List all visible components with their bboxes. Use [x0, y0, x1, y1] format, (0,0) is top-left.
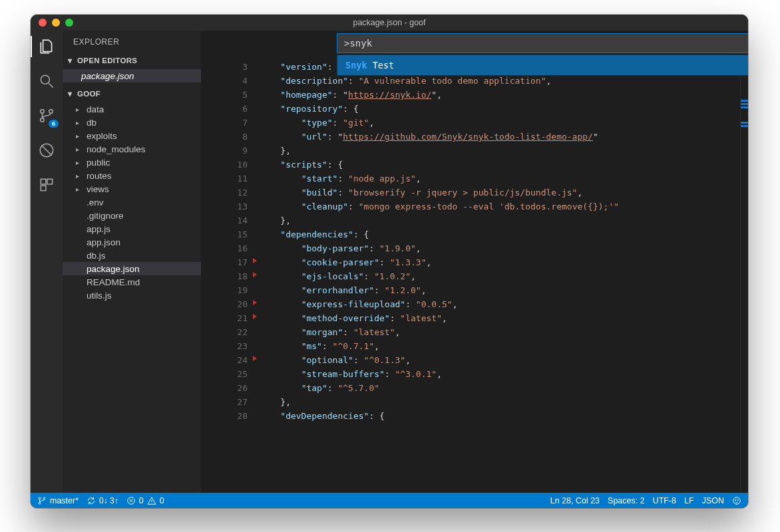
line-number: 23 [201, 339, 248, 353]
activity-explorer[interactable] [36, 36, 57, 57]
activity-search[interactable] [36, 70, 57, 92]
line-number: 24 [201, 353, 248, 367]
code-line[interactable]: "url": "https://github.com/Snyk/snyk-tod… [260, 130, 737, 144]
code-line[interactable]: "homepage": "https://snyk.io/", [260, 88, 737, 102]
extensions-icon [38, 176, 55, 194]
breakpoint-marker[interactable] [253, 314, 257, 319]
code-line[interactable]: "express-fileupload": "0.0.5", [260, 297, 737, 311]
code-line[interactable]: "ejs-locals": "1.0.2", [260, 269, 737, 283]
app-window: package.json - goof 6 EXPLORER [31, 15, 748, 508]
open-editors-header[interactable]: ▾ OPEN EDITORS [63, 53, 201, 68]
svg-rect-5 [41, 179, 46, 184]
code-line[interactable]: "stream-buffers": "^3.0.1", [260, 367, 737, 381]
sync-icon [87, 496, 96, 505]
folder-item[interactable]: ▸node_modules [63, 142, 201, 156]
chevron-right-icon: ▸ [76, 159, 83, 166]
status-language[interactable]: JSON [702, 496, 724, 505]
folder-item[interactable]: ▸views [63, 182, 201, 196]
code-line[interactable]: }, [260, 213, 737, 227]
code-line[interactable]: "errorhandler": "1.2.0", [260, 283, 737, 297]
code-line[interactable]: "repository": { [260, 102, 737, 116]
files-icon [38, 38, 55, 55]
tree-item-label: node_modules [87, 144, 146, 154]
folder-item[interactable]: ▸data [63, 102, 201, 116]
breakpoint-marker[interactable] [253, 356, 257, 361]
tree-item-label: app.json [87, 237, 120, 247]
workspace-label: GOOF [77, 90, 100, 98]
status-cursor[interactable]: Ln 28, Col 23 [550, 496, 600, 505]
status-eol[interactable]: LF [684, 496, 694, 505]
code-line[interactable]: "morgan": "latest", [260, 325, 737, 339]
chevron-right-icon: ▸ [76, 186, 83, 193]
scm-badge: 6 [49, 120, 59, 128]
status-sync[interactable]: 0↓ 3↑ [87, 496, 118, 505]
editor-code[interactable]: "version": "0.0.3", "description": "A vu… [260, 60, 737, 493]
file-item[interactable]: db.js [63, 249, 201, 262]
error-icon [126, 496, 136, 505]
code-line[interactable]: "method-override": "latest", [260, 311, 737, 325]
svg-point-1 [41, 110, 44, 113]
smiley-icon [732, 496, 741, 505]
activity-debug[interactable] [36, 140, 57, 161]
folder-item[interactable]: ▸routes [63, 169, 201, 182]
svg-rect-7 [41, 186, 46, 191]
breakpoint-marker[interactable] [253, 258, 257, 263]
code-line[interactable]: "cleanup": "mongo express-todo --eval 'd… [260, 200, 737, 213]
line-number: 16 [201, 241, 248, 255]
command-palette-input[interactable] [337, 33, 748, 53]
file-item[interactable]: utils.js [63, 289, 201, 302]
file-item[interactable]: app.js [63, 222, 201, 235]
status-branch[interactable]: master* [37, 496, 79, 505]
status-spaces[interactable]: Spaces: 2 [608, 496, 645, 505]
line-number: 26 [201, 381, 248, 395]
code-line[interactable]: "description": "A vulnerable todo demo a… [260, 74, 737, 88]
line-number: 8 [201, 130, 248, 144]
line-number: 3 [201, 60, 248, 74]
code-line[interactable]: "tap": "^5.7.0" [260, 381, 737, 395]
file-item[interactable]: README.md [63, 275, 201, 289]
branch-icon [37, 496, 47, 505]
folder-item[interactable]: ▸public [63, 156, 201, 169]
code-line[interactable]: "devDependencies": { [260, 409, 737, 423]
code-line[interactable]: "body-parser": "1.9.0", [260, 241, 737, 255]
line-number: 11 [201, 172, 248, 186]
code-line[interactable]: "start": "node app.js", [260, 172, 737, 186]
minimap[interactable] [740, 60, 748, 493]
file-item[interactable]: package.json [63, 262, 201, 275]
code-line[interactable]: "cookie-parser": "1.3.3", [260, 255, 737, 269]
command-palette-result[interactable]: Snyk Test [337, 55, 748, 76]
status-encoding[interactable]: UTF-8 [653, 496, 676, 505]
debug-icon [38, 142, 55, 159]
file-item[interactable]: app.json [63, 235, 201, 249]
file-tree: ▸data▸db▸exploits▸node_modules▸public▸ro… [63, 101, 201, 306]
line-number: 27 [201, 395, 248, 409]
chevron-down-icon: ▾ [67, 56, 73, 65]
breakpoint-marker[interactable] [253, 300, 257, 305]
breakpoint-marker[interactable] [253, 272, 257, 277]
status-problems[interactable]: 0 0 [126, 496, 164, 505]
warning-icon [147, 496, 156, 505]
editor-gutter: 3456789101112131415161718192021222324252… [201, 60, 260, 493]
svg-point-0 [41, 75, 49, 84]
tree-item-label: utils.js [87, 291, 112, 301]
folder-item[interactable]: ▸exploits [63, 129, 201, 142]
file-item[interactable]: .gitignore [63, 209, 201, 222]
code-line[interactable]: "build": "browserify -r jquery > public/… [260, 186, 737, 200]
status-feedback[interactable] [732, 496, 741, 505]
svg-point-3 [49, 110, 53, 113]
open-editor-item[interactable]: package.json [63, 69, 201, 82]
code-line[interactable]: "ms": "^0.7.1", [260, 339, 737, 353]
code-line[interactable]: }, [260, 395, 737, 409]
code-line[interactable]: "dependencies": { [260, 227, 737, 241]
workspace-header[interactable]: ▾ GOOF [63, 86, 201, 101]
code-line[interactable]: }, [260, 144, 737, 158]
folder-item[interactable]: ▸db [63, 116, 201, 129]
tree-item-label: views [87, 184, 109, 194]
code-line[interactable]: "type": "git", [260, 116, 737, 130]
activity-extensions[interactable] [36, 174, 57, 196]
code-line[interactable]: "optional": "^0.1.3", [260, 353, 737, 367]
line-number: 28 [201, 409, 248, 423]
file-item[interactable]: .env [63, 196, 201, 209]
activity-scm[interactable]: 6 [36, 105, 57, 126]
code-line[interactable]: "scripts": { [260, 158, 737, 172]
